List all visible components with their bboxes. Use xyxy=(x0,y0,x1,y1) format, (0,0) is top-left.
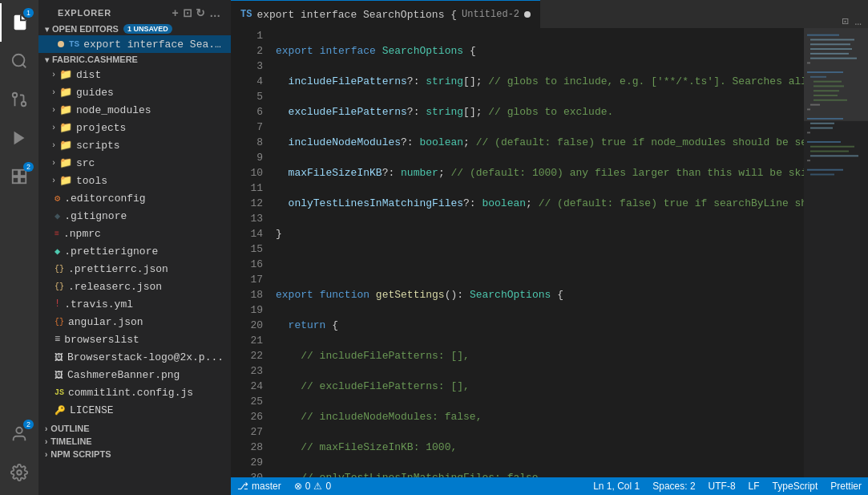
projects-arrow: › xyxy=(51,124,56,132)
spaces-label: Spaces: 2 xyxy=(652,481,695,492)
more-tabs-icon[interactable]: … xyxy=(855,15,862,28)
split-editor-icon[interactable]: ⊡ xyxy=(842,14,848,28)
npm-scripts-arrow: › xyxy=(45,450,47,459)
guides-folder-icon: 📁 xyxy=(59,86,72,99)
run-debug-icon[interactable] xyxy=(0,119,38,157)
files-icon[interactable]: 1 xyxy=(0,3,38,42)
tab-actions: ⊡ … xyxy=(842,14,868,28)
fabric-cashmere-label: FABRIC.CASHMERE xyxy=(52,55,138,64)
refresh-icon[interactable]: ↻ xyxy=(196,6,206,19)
tools-folder[interactable]: › 📁 tools xyxy=(38,172,231,189)
search-icon[interactable] xyxy=(0,42,38,80)
npm-scripts-section[interactable]: › NPM SCRIPTS xyxy=(38,448,231,461)
cursor-position[interactable]: Ln 1, Col 1 xyxy=(587,477,646,495)
editor-area: TS export interface SearchOptions { Unti… xyxy=(231,0,868,495)
new-file-icon[interactable]: + xyxy=(172,6,180,19)
src-folder[interactable]: › 📁 src xyxy=(38,154,231,172)
browserslist-file[interactable]: ≡ browserslist xyxy=(38,331,231,348)
new-folder-icon[interactable]: ⊡ xyxy=(183,6,193,19)
projects-folder[interactable]: › 📁 projects xyxy=(38,119,231,136)
svg-rect-28 xyxy=(810,104,820,106)
timeline-label: TIMELINE xyxy=(50,436,91,446)
svg-rect-39 xyxy=(807,169,843,171)
errors-count: 0 xyxy=(305,481,311,492)
editor-content: 12345 678910 1112131415 1617181920 21222… xyxy=(231,28,868,477)
svg-rect-40 xyxy=(810,174,834,176)
prettierignore-file[interactable]: ◆ .prettierignore xyxy=(38,242,231,260)
timeline-section[interactable]: › TIMELINE xyxy=(38,435,231,448)
open-editors-arrow: ▾ xyxy=(45,25,49,34)
files-badge: 1 xyxy=(23,8,34,18)
npmrc-icon: ≡ xyxy=(55,229,59,238)
svg-rect-37 xyxy=(810,155,858,156)
extensions-icon[interactable]: 2 xyxy=(0,157,38,196)
svg-rect-9 xyxy=(13,177,18,183)
dist-label: dist xyxy=(76,69,101,81)
status-right: Ln 1, Col 1 Spaces: 2 UTF-8 LF TypeScrip… xyxy=(587,477,868,495)
eol-item[interactable]: LF xyxy=(742,477,766,495)
license-file[interactable]: 🔑 LICENSE xyxy=(38,401,231,419)
tab-filename: Untitled-2 xyxy=(462,9,519,20)
more-actions-icon[interactable]: … xyxy=(209,6,221,19)
activity-bar: 1 2 2 xyxy=(0,0,38,495)
angular-icon: {} xyxy=(55,318,64,327)
npm-scripts-label: NPM SCRIPTS xyxy=(50,449,111,459)
code-editor[interactable]: export interface SearchOptions { include… xyxy=(269,28,804,477)
language-item[interactable]: TypeScript xyxy=(766,477,825,495)
npmrc-file[interactable]: ≡ .npmrc xyxy=(38,225,231,242)
prettierrc-file[interactable]: {} .prettierrc.json xyxy=(38,260,231,278)
eol-label: LF xyxy=(749,481,760,492)
git-branch-item[interactable]: ⎇ master xyxy=(231,477,288,495)
settings-icon[interactable] xyxy=(0,453,38,492)
src-label: src xyxy=(76,157,95,169)
status-bar: ⎇ master ⊗ 0 ⚠ 0 Ln 1, Col 1 Spaces: 2 U… xyxy=(231,477,868,495)
tools-icon: 📁 xyxy=(59,174,72,187)
spaces-item[interactable]: Spaces: 2 xyxy=(646,477,701,495)
outline-label: OUTLINE xyxy=(50,424,89,433)
open-editor-filename: export interface Sea... xyxy=(83,39,224,51)
errors-item[interactable]: ⊗ 0 ⚠ 0 xyxy=(288,477,337,495)
svg-rect-36 xyxy=(810,151,849,152)
fabric-cashmere-section[interactable]: ▾ FABRIC.CASHMERE xyxy=(38,53,231,66)
svg-point-10 xyxy=(16,428,22,433)
svg-rect-33 xyxy=(807,132,810,133)
browserstack-logo-file[interactable]: 🖼 Browserstack-logo@2x.p... xyxy=(38,348,231,366)
accounts-icon[interactable]: 2 xyxy=(0,415,38,453)
commitlint-file[interactable]: JS commitlint.config.js xyxy=(38,383,231,401)
errors-icon: ⊗ xyxy=(294,481,302,492)
scripts-label: scripts xyxy=(76,140,120,152)
svg-rect-18 xyxy=(810,53,849,55)
open-editor-item[interactable]: TS export interface Sea... xyxy=(38,35,231,53)
cashmere-banner-file[interactable]: 🖼 CashmereBanner.png xyxy=(38,366,231,383)
angular-json-file[interactable]: {} angular.json xyxy=(38,313,231,331)
releaserc-file[interactable]: {} .releaserc.json xyxy=(38,278,231,295)
open-editors-section[interactable]: ▾ OPEN EDITORS 1 UNSAVED xyxy=(38,22,231,35)
svg-rect-14 xyxy=(807,34,839,36)
travis-file[interactable]: ! .travis.yml xyxy=(38,295,231,313)
scripts-icon: 📁 xyxy=(59,139,72,152)
tab-bar: TS export interface SearchOptions { Unti… xyxy=(231,0,868,28)
svg-rect-34 xyxy=(807,141,841,143)
svg-rect-26 xyxy=(813,95,838,96)
node-modules-folder[interactable]: › 📁 node_modules xyxy=(38,101,231,119)
guides-folder[interactable]: › 📁 guides xyxy=(38,83,231,101)
minimap[interactable] xyxy=(804,28,868,477)
tab-title: export interface SearchOptions { xyxy=(256,9,457,21)
commitlint-icon: JS xyxy=(55,388,64,397)
svg-rect-35 xyxy=(810,146,854,148)
search-options-tab[interactable]: TS export interface SearchOptions { Unti… xyxy=(231,0,540,28)
outline-section[interactable]: › OUTLINE xyxy=(38,422,231,435)
dist-folder[interactable]: › 📁 dist xyxy=(38,66,231,83)
git-branch-label: master xyxy=(252,481,281,492)
svg-rect-13 xyxy=(804,28,868,121)
svg-point-11 xyxy=(17,470,22,475)
gitignore-file[interactable]: ◆ .gitignore xyxy=(38,207,231,225)
source-control-icon[interactable] xyxy=(0,80,38,119)
scripts-folder[interactable]: › 📁 scripts xyxy=(38,136,231,154)
open-editors-badge: 1 UNSAVED xyxy=(123,24,172,34)
editorconfig-file[interactable]: ⚙ .editorconfig xyxy=(38,189,231,207)
sidebar-content: ▾ OPEN EDITORS 1 UNSAVED TS export inter… xyxy=(38,22,231,495)
svg-rect-17 xyxy=(810,48,852,50)
formatter-item[interactable]: Prettier xyxy=(824,477,868,495)
encoding-item[interactable]: UTF-8 xyxy=(702,477,742,495)
